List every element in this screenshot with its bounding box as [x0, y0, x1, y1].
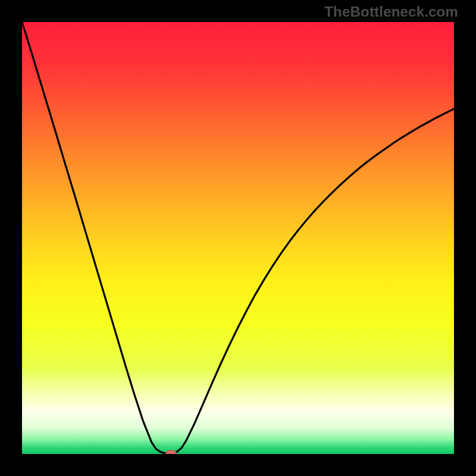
chart-stage: TheBottleneck.com [0, 0, 476, 476]
plot-area [22, 22, 454, 454]
watermark-text: TheBottleneck.com [324, 4, 458, 20]
minimum-marker [165, 450, 176, 454]
plot-svg [22, 22, 454, 454]
